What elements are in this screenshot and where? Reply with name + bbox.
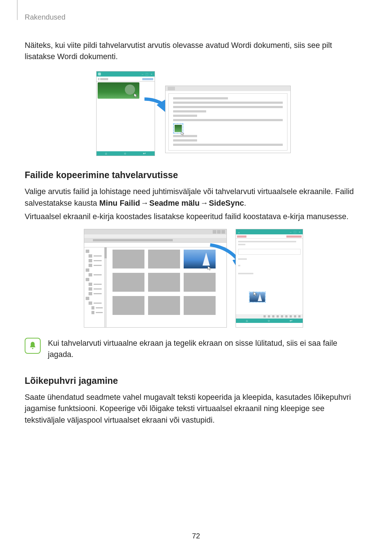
page-number: 72	[192, 532, 200, 540]
tablet-compose-window: ⌄– ⬚ × ⌂○↩	[236, 229, 303, 328]
tablet-titlebar: ⌄– ⬚ ×	[236, 229, 303, 234]
page-content: Näiteks, kui viite pildi tahvelarvutist …	[25, 40, 362, 428]
tablet-nav: ⌂○↩	[97, 151, 155, 156]
pc-explorer-window	[84, 229, 227, 328]
section1-p1: Valige arvutis failid ja lohistage need …	[25, 186, 362, 209]
pc-titlebar	[84, 229, 226, 234]
section1-p2: Virtuaalsel ekraanil e-kirja koostades l…	[25, 211, 362, 222]
note-callout: Kui tahvelarvuti virtuaalne ekraan ja te…	[25, 338, 362, 360]
tablet-toolbar	[97, 77, 155, 82]
scrollbar	[105, 247, 107, 327]
word-doc	[168, 93, 287, 151]
word-titlebar	[166, 86, 290, 91]
compose-field	[238, 249, 301, 255]
illustration-pc-to-tablet: ⌄– ⬚ × ⌂○↩	[84, 229, 303, 330]
word-window	[165, 86, 291, 153]
tablet-compose-bar	[236, 234, 303, 239]
header-label: Rakendused	[25, 13, 65, 21]
illustration-tablet-to-word: – ⬚ × ⌂○↩	[96, 71, 291, 156]
section1-title: Failide kopeerimine tahvelarvutisse	[25, 170, 362, 180]
tablet-nav: ⌂○↩	[236, 319, 303, 323]
note-text: Kui tahvelarvuti virtuaalne ekraan ja te…	[48, 338, 362, 360]
gallery-photo	[98, 82, 139, 99]
page-left-rule	[17, 0, 17, 20]
compose-toolbar	[236, 314, 303, 319]
tablet-titlebar: – ⬚ ×	[97, 71, 155, 77]
dropped-attachment	[249, 292, 266, 303]
section2-title: Lõikepuhvri jagamine	[25, 376, 362, 386]
folder-tree	[84, 247, 105, 327]
intro-paragraph: Näiteks, kui viite pildi tahvelarvutist …	[25, 40, 362, 62]
bell-icon	[25, 338, 41, 354]
dropped-image	[173, 123, 183, 134]
section2-p1: Saate ühendatud seadmete vahel mugavalt …	[25, 392, 362, 426]
